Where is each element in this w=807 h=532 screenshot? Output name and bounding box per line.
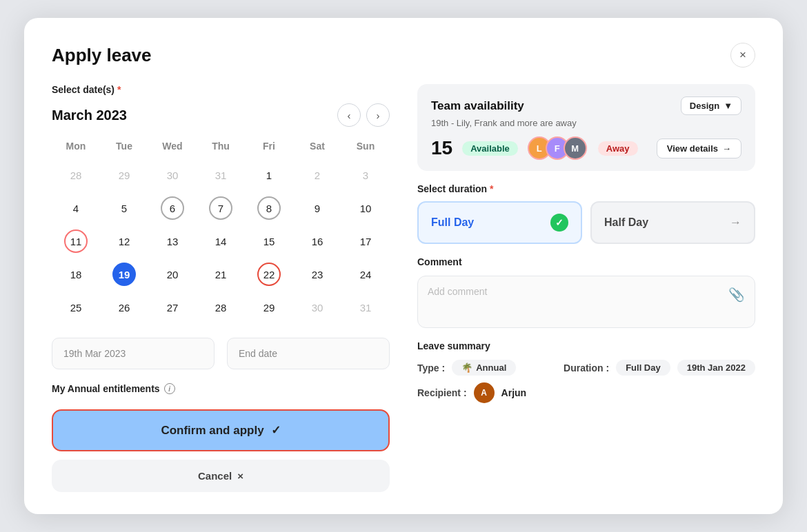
calendar-day[interactable]: 19 bbox=[100, 258, 148, 291]
calendar-day[interactable]: 1 bbox=[245, 158, 293, 192]
weekday-mon: Mon bbox=[52, 136, 100, 158]
calendar-day[interactable]: 22 bbox=[245, 258, 293, 291]
duration-chip: Full Day bbox=[616, 360, 670, 376]
arrow-right-icon: → bbox=[730, 216, 741, 229]
weekday-sat: Sat bbox=[293, 136, 341, 158]
arrow-right-icon: → bbox=[722, 143, 731, 154]
calendar-day[interactable]: 9 bbox=[293, 192, 341, 225]
full-day-label: Full Day bbox=[431, 216, 474, 229]
calendar-day[interactable]: 7 bbox=[197, 192, 245, 225]
select-dates-label: Select date(s) * bbox=[52, 84, 390, 95]
calendar-day[interactable]: 14 bbox=[197, 225, 245, 258]
type-label: Type : bbox=[417, 362, 445, 374]
calendar-week-row: 25262728293031 bbox=[52, 291, 390, 324]
calendar-week-row: 45678910 bbox=[52, 192, 390, 225]
design-dropdown[interactable]: Design ▼ bbox=[681, 96, 741, 115]
cancel-button[interactable]: Cancel × bbox=[52, 460, 390, 492]
weekday-thu: Thu bbox=[197, 136, 245, 158]
calendar-day[interactable]: 27 bbox=[148, 291, 197, 324]
calendar-day[interactable]: 17 bbox=[341, 225, 390, 258]
team-avail-subtitle: 19th - Lily, Frank and more are away bbox=[431, 118, 741, 128]
modal-body: Select date(s) * March 2023 ‹ › Mon Tue … bbox=[52, 84, 755, 492]
calendar-month: March 2023 bbox=[52, 108, 127, 123]
calendar-day[interactable]: 18 bbox=[52, 258, 100, 291]
calendar-day-inactive: 28 bbox=[52, 158, 100, 192]
weekday-sun: Sun bbox=[341, 136, 390, 158]
team-avail-row: 15 Available L F M Away View details → bbox=[431, 136, 741, 160]
apply-leave-modal: Apply leave × Select date(s) * March 202… bbox=[24, 18, 783, 514]
left-panel: Select date(s) * March 2023 ‹ › Mon Tue … bbox=[52, 84, 390, 492]
calendar-day-inactive: 30 bbox=[148, 158, 197, 192]
start-date-input[interactable]: 19th Mar 2023 bbox=[52, 338, 215, 369]
comment-section: Comment Add comment 📎 bbox=[417, 256, 755, 328]
weekday-fri: Fri bbox=[245, 136, 293, 158]
away-badge: Away bbox=[598, 141, 638, 156]
calendar-week-row: 11121314151617 bbox=[52, 225, 390, 258]
duration-options: Full Day ✓ Half Day → bbox=[417, 201, 755, 244]
weekday-wed: Wed bbox=[148, 136, 197, 158]
duration-section: Select duration * Full Day ✓ Half Day → bbox=[417, 183, 755, 244]
calendar-weekday-row: Mon Tue Wed Thu Fri Sat Sun bbox=[52, 136, 390, 158]
half-day-label: Half Day bbox=[604, 216, 648, 229]
avatar-group: L F M bbox=[528, 136, 587, 160]
paperclip-icon: 📎 bbox=[728, 287, 745, 303]
date-chip: 19th Jan 2022 bbox=[677, 360, 755, 376]
calendar-nav-buttons: ‹ › bbox=[337, 103, 390, 127]
calendar-day[interactable]: 21 bbox=[197, 258, 245, 291]
right-panel: Team availability Design ▼ 19th - Lily, … bbox=[417, 84, 755, 492]
confirm-apply-button[interactable]: Confirm and apply ✓ bbox=[52, 409, 390, 451]
half-day-button[interactable]: Half Day → bbox=[590, 201, 755, 244]
calendar-day[interactable]: 16 bbox=[293, 225, 341, 258]
view-details-button[interactable]: View details → bbox=[657, 139, 741, 158]
recipient-label: Recipient : bbox=[417, 387, 467, 398]
available-badge: Available bbox=[462, 141, 518, 156]
calendar-day[interactable]: 11 bbox=[52, 225, 100, 258]
calendar-day[interactable]: 5 bbox=[100, 192, 148, 225]
calendar-day[interactable]: 12 bbox=[100, 225, 148, 258]
calendar-day[interactable]: 25 bbox=[52, 291, 100, 324]
calendar-day[interactable]: 28 bbox=[197, 291, 245, 324]
calendar-day[interactable]: 13 bbox=[148, 225, 197, 258]
calendar-day-inactive: 31 bbox=[341, 291, 390, 324]
recipient-avatar: A bbox=[474, 382, 495, 403]
comment-placeholder: Add comment bbox=[428, 286, 487, 297]
calendar-day[interactable]: 6 bbox=[148, 192, 197, 225]
avatar-3: M bbox=[564, 136, 587, 160]
calendar-week-row: 18192021222324 bbox=[52, 258, 390, 291]
calendar-day[interactable]: 10 bbox=[341, 192, 390, 225]
calendar-grid: Mon Tue Wed Thu Fri Sat Sun 282930311234… bbox=[52, 136, 390, 324]
duration-label-summary: Duration : bbox=[564, 362, 609, 374]
calendar-day[interactable]: 23 bbox=[293, 258, 341, 291]
calendar-day[interactable]: 8 bbox=[245, 192, 293, 225]
comment-label: Comment bbox=[417, 256, 755, 267]
type-icon: 🌴 bbox=[461, 362, 472, 373]
calendar-day[interactable]: 26 bbox=[100, 291, 148, 324]
calendar-day[interactable]: 15 bbox=[245, 225, 293, 258]
prev-month-button[interactable]: ‹ bbox=[337, 103, 361, 127]
calendar-day[interactable]: 4 bbox=[52, 192, 100, 225]
calendar-day-inactive: 31 bbox=[197, 158, 245, 192]
modal-header: Apply leave × bbox=[52, 43, 755, 68]
calendar-day-inactive: 29 bbox=[100, 158, 148, 192]
close-button[interactable]: × bbox=[730, 43, 755, 68]
calendar-day[interactable]: 29 bbox=[245, 291, 293, 324]
duration-label: Select duration * bbox=[417, 183, 755, 194]
team-avail-header: Team availability Design ▼ bbox=[431, 96, 741, 115]
weekday-tue: Tue bbox=[100, 136, 148, 158]
comment-box[interactable]: Add comment 📎 bbox=[417, 276, 755, 328]
leave-summary-label: Leave summary bbox=[417, 340, 755, 351]
next-month-button[interactable]: › bbox=[366, 103, 390, 127]
leave-summary: Leave summary Type : 🌴 Annual Duration :… bbox=[417, 340, 755, 403]
calendar-day[interactable]: 20 bbox=[148, 258, 197, 291]
calendar-day-inactive: 3 bbox=[341, 158, 390, 192]
calendar-nav: March 2023 ‹ › bbox=[52, 103, 390, 127]
date-inputs: 19th Mar 2023 End date bbox=[52, 338, 390, 369]
calendar-day[interactable]: 24 bbox=[341, 258, 390, 291]
team-availability-card: Team availability Design ▼ 19th - Lily, … bbox=[417, 84, 755, 171]
full-day-button[interactable]: Full Day ✓ bbox=[417, 201, 582, 244]
available-count: 15 bbox=[431, 137, 452, 159]
calendar-week-row: 28293031123 bbox=[52, 158, 390, 192]
end-date-input[interactable]: End date bbox=[227, 338, 390, 369]
calendar-day-inactive: 2 bbox=[293, 158, 341, 192]
recipient-name: Arjun bbox=[501, 387, 527, 398]
